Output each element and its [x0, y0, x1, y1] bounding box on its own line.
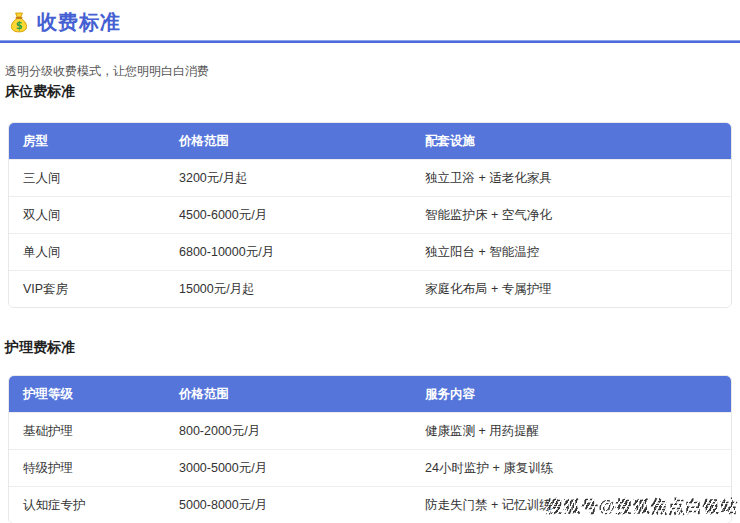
- column-header-service-content: 服务内容: [411, 386, 731, 403]
- cell-service-content: 健康监测 + 用药提醒: [411, 423, 731, 440]
- table-row: 三人间 3200元/月起 独立卫浴 + 适老化家具: [9, 159, 731, 196]
- table-row: 特级护理 3000-5000元/月 24小时监护 + 康复训练: [9, 449, 731, 486]
- table-row: VIP套房 15000元/月起 家庭化布局 + 专属护理: [9, 270, 731, 307]
- page-description: 透明分级收费模式，让您明明白白消费: [5, 64, 740, 78]
- cell-room-type: VIP套房: [9, 281, 165, 298]
- cell-room-type: 单人间: [9, 244, 165, 261]
- column-header-care-level: 护理等级: [9, 386, 165, 403]
- cell-price-range: 15000元/月起: [165, 281, 411, 298]
- cell-price-range: 800-2000元/月: [165, 423, 411, 440]
- cell-facilities: 独立阳台 + 智能温控: [411, 244, 731, 261]
- cell-price-range: 5000-8000元/月: [165, 497, 411, 514]
- title-divider: [0, 40, 740, 43]
- table-row: 双人间 4500-6000元/月 智能监护床 + 空气净化: [9, 196, 731, 233]
- cell-facilities: 家庭化布局 + 专属护理: [411, 281, 731, 298]
- care-fee-table-header: 护理等级 价格范围 服务内容: [9, 376, 731, 412]
- section-label-bed-fees: 床位费标准: [5, 83, 740, 99]
- cell-facilities: 智能监护床 + 空气净化: [411, 207, 731, 224]
- column-header-price-range: 价格范围: [165, 386, 411, 403]
- cell-care-level: 基础护理: [9, 423, 165, 440]
- table-row: 基础护理 800-2000元/月 健康监测 + 用药提醒: [9, 412, 731, 449]
- cell-price-range: 3000-5000元/月: [165, 460, 411, 477]
- svg-text:$: $: [16, 20, 23, 31]
- sohu-watermark: 搜狐号@搜狐焦点白银站: [546, 495, 738, 518]
- column-header-room-type: 房型: [9, 133, 165, 150]
- cell-care-level: 特级护理: [9, 460, 165, 477]
- bed-fee-table-header: 房型 价格范围 配套设施: [9, 123, 731, 159]
- column-header-facilities: 配套设施: [411, 133, 731, 150]
- cell-price-range: 6800-10000元/月: [165, 244, 411, 261]
- cell-room-type: 双人间: [9, 207, 165, 224]
- table-row: 单人间 6800-10000元/月 独立阳台 + 智能温控: [9, 233, 731, 270]
- cell-price-range: 4500-6000元/月: [165, 207, 411, 224]
- page-header: $ 收费标准: [0, 0, 740, 34]
- cell-care-level: 认知症专护: [9, 497, 165, 514]
- cell-price-range: 3200元/月起: [165, 170, 411, 187]
- section-label-care-fees: 护理费标准: [5, 339, 740, 355]
- money-bag-icon: $: [8, 11, 30, 33]
- cell-facilities: 独立卫浴 + 适老化家具: [411, 170, 731, 187]
- cell-service-content: 24小时监护 + 康复训练: [411, 460, 731, 477]
- page-title: 收费标准: [37, 10, 121, 34]
- bed-fee-table: 房型 价格范围 配套设施 三人间 3200元/月起 独立卫浴 + 适老化家具 双…: [8, 122, 732, 308]
- cell-room-type: 三人间: [9, 170, 165, 187]
- column-header-price-range: 价格范围: [165, 133, 411, 150]
- fee-standards-page: $ 收费标准 透明分级收费模式，让您明明白白消费 床位费标准 房型 价格范围 配…: [0, 0, 740, 523]
